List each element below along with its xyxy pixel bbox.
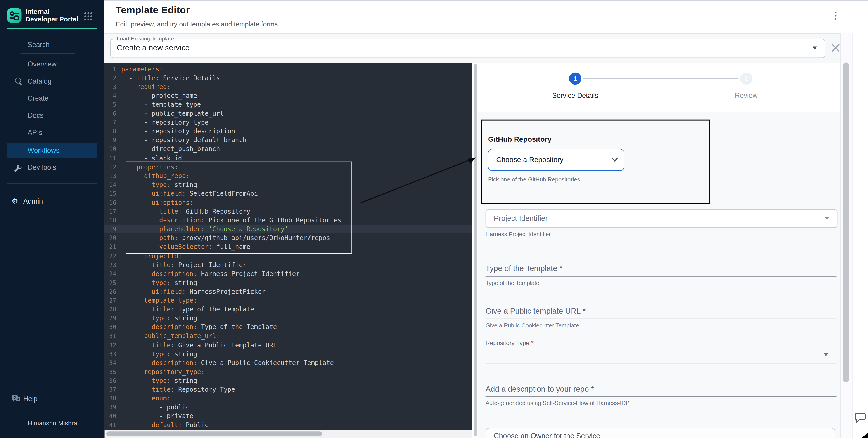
line-number: 10	[104, 145, 121, 154]
code-text: - public_template_url	[121, 109, 224, 118]
sidebar-item-label: DevTools	[28, 164, 56, 172]
sidebar-item-docs[interactable]: Docs	[0, 107, 104, 125]
sidebar-item-catalog[interactable]: Catalog	[0, 73, 104, 90]
annotation-box-form: GitHub Repository Choose a Repository Pi…	[481, 120, 710, 204]
dropdown-caret-icon[interactable]	[824, 353, 828, 356]
app-switcher-grid-icon[interactable]	[84, 12, 93, 23]
sidebar: Internal Developer Portal Search Overvie…	[0, 0, 104, 438]
line-number: 7	[104, 118, 121, 127]
code-text: - title: Service Details	[121, 73, 220, 82]
line-number: 28	[104, 305, 121, 314]
close-icon[interactable]	[831, 43, 840, 53]
code-line[interactable]: 23 title: Project Identifier	[104, 260, 472, 269]
repository-type-underline	[486, 363, 837, 364]
sidebar-item-workflows[interactable]: Workflows	[0, 142, 104, 159]
code-line[interactable]: 29 type: string	[104, 314, 472, 323]
line-number: 36	[104, 376, 121, 385]
project-identifier-placeholder: Project Identifier	[494, 214, 548, 223]
code-text: description: Harness Project Identifier	[121, 269, 300, 278]
stepper-step-1[interactable]: 1	[569, 72, 581, 85]
line-number: 41	[104, 420, 121, 429]
template-url-field-label[interactable]: Give a Public template URL *	[486, 306, 586, 315]
code-text: description: Give a Public Cookiecutter …	[121, 358, 334, 367]
sidebar-user[interactable]: HM Himanshu Mishra	[0, 414, 104, 433]
code-text: title: Type of the Template	[121, 305, 254, 314]
code-line[interactable]: 9 - repository_default_branch	[104, 136, 472, 145]
template-url-helper: Give a Public Cookiecutter Template	[486, 322, 579, 329]
code-line[interactable]: 41 default: Public	[104, 420, 472, 429]
load-template-value: Create a new service	[117, 43, 189, 52]
code-line[interactable]: 28 title: Type of the Template	[104, 305, 472, 314]
load-template-label: Load Existing Template	[115, 35, 176, 42]
line-number: 4	[104, 91, 121, 100]
code-line[interactable]: 32 title: Give a Public template URL	[104, 341, 472, 349]
code-line[interactable]: 26 ui:field: HarnessProjectPicker	[104, 287, 472, 296]
sidebar-item-create[interactable]: Create	[0, 90, 104, 107]
code-text: template_type:	[121, 296, 197, 305]
code-line[interactable]: 3 required:	[104, 82, 472, 91]
sidebar-item-devtools[interactable]: DevTools	[0, 159, 104, 176]
load-template-select[interactable]	[110, 39, 825, 58]
github-repository-select[interactable]: Choose a Repository	[487, 149, 624, 171]
editor-vertical-scrollbar[interactable]	[472, 63, 478, 438]
code-line[interactable]: 36 type: string	[104, 376, 472, 385]
line-number: 39	[104, 403, 121, 411]
stepper-step-2[interactable]: 2	[740, 72, 752, 85]
code-line[interactable]: 30 description: Type of the Template	[104, 323, 472, 332]
code-text: type: string	[121, 376, 197, 385]
chevron-down-icon	[611, 157, 618, 162]
sidebar-item-search[interactable]: Search	[0, 37, 104, 54]
code-line[interactable]: 40 - private	[104, 412, 472, 420]
code-line[interactable]: 1parameters:	[104, 64, 472, 73]
code-line[interactable]: 11 - slack_id	[104, 154, 472, 162]
code-line[interactable]: 5 - template_type	[104, 100, 472, 109]
stepper-label-review: Review	[713, 92, 780, 99]
page-scrollbar[interactable]	[840, 33, 852, 438]
code-line[interactable]: 33 type: string	[104, 349, 472, 358]
code-line[interactable]: 24 description: Harness Project Identifi…	[104, 269, 472, 278]
chat-widget-icon[interactable]	[854, 411, 867, 424]
sidebar-divider	[6, 183, 97, 183]
code-text: default: Public	[121, 420, 209, 429]
code-line[interactable]: 7 - repository_type	[104, 118, 472, 127]
sidebar-item-admin[interactable]: ⚙ Admin	[0, 193, 104, 210]
code-line[interactable]: 2 - title: Service Details	[104, 73, 472, 82]
code-line[interactable]: 6 - public_template_url	[104, 109, 472, 118]
repository-type-label: Repository Type *	[486, 340, 533, 346]
project-identifier-select[interactable]: Project Identifier	[486, 209, 838, 228]
owner-select[interactable]: Choose an Owner for the Service	[486, 428, 835, 438]
mouse-cursor	[860, 432, 868, 438]
template-type-field-label[interactable]: Type of the Template *	[486, 264, 562, 273]
code-line[interactable]: 8 - repositoty_description	[104, 127, 472, 136]
line-number: 9	[104, 136, 121, 145]
code-text: - slack_id	[121, 154, 182, 162]
code-line[interactable]: 35 repository_type:	[104, 367, 472, 376]
form-preview-panel: 1 2 Service Details Review GitHub Reposi…	[478, 63, 840, 438]
template-type-helper: Type of the Template	[486, 279, 539, 286]
code-line[interactable]: 34 description: Give a Public Cookiecutt…	[104, 358, 472, 367]
kebab-menu-icon[interactable]	[831, 11, 840, 21]
sidebar-item-apis[interactable]: APIs	[0, 125, 104, 142]
sidebar-item-help[interactable]: ? Help	[0, 391, 104, 408]
page-subtitle: Edit, preview, and try out templates and…	[116, 21, 278, 28]
code-line[interactable]: 37 title: Repository Type	[104, 385, 472, 394]
line-number: 37	[104, 385, 121, 394]
editor-horizontal-scrollbar[interactable]	[105, 430, 472, 437]
repo-description-field-label[interactable]: Add a description to your repo *	[486, 384, 594, 393]
line-number: 40	[104, 412, 121, 420]
code-line[interactable]: 4 - project_name	[104, 91, 472, 100]
sidebar-item-label: Admin	[23, 198, 43, 206]
code-line[interactable]: 39 - public	[104, 403, 472, 411]
line-number: 23	[104, 260, 121, 269]
line-number: 25	[104, 278, 121, 287]
line-number: 18	[104, 216, 121, 225]
code-line[interactable]: 38 enum:	[104, 394, 472, 403]
app-logo-icon	[7, 8, 22, 23]
sidebar-item-overview[interactable]: Overview	[0, 56, 104, 73]
code-text: - template_type	[121, 100, 201, 109]
code-line[interactable]: 10 - direct_push_branch	[104, 145, 472, 154]
code-line[interactable]: 27 template_type:	[104, 296, 472, 305]
screen: Internal Developer Portal Search Overvie…	[0, 0, 868, 438]
code-line[interactable]: 25 type: string	[104, 278, 472, 287]
code-line[interactable]: 31 public_template_url:	[104, 332, 472, 340]
